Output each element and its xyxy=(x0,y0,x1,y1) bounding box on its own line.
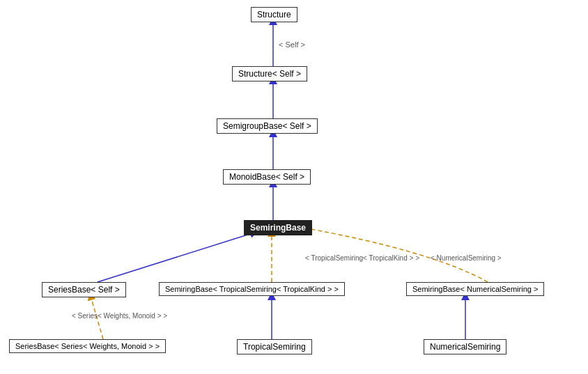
svg-line-4 xyxy=(98,233,254,282)
node-series-base-series: SeriesBase< Series< Weights, Monoid > > xyxy=(9,339,166,353)
label-series: < Series< Weights, Monoid > > xyxy=(72,312,167,320)
node-structure: Structure xyxy=(251,7,297,22)
node-semiring-numerical: SemiringBase< NumericalSemiring > xyxy=(406,282,544,296)
node-numerical-semiring: NumericalSemiring xyxy=(424,339,506,354)
node-semiring-base: SemiringBase xyxy=(244,220,312,235)
node-monoid-self: MonoidBase< Self > xyxy=(223,169,311,185)
node-structure-self: Structure< Self > xyxy=(232,66,307,81)
node-semiring-tropical: SemiringBase< TropicalSemiring< Tropical… xyxy=(159,282,345,296)
label-tropical: < TropicalSemiring< TropicalKind > > xyxy=(305,254,419,262)
diagram: Structure Structure< Self > SemigroupBas… xyxy=(0,0,588,374)
node-series-base-self: SeriesBase< Self > xyxy=(42,282,126,297)
label-numerical: < NumericalSemiring > xyxy=(431,254,502,262)
node-semigroup-self: SemigroupBase< Self > xyxy=(217,118,318,134)
label-self: < Self > xyxy=(279,40,305,49)
node-tropical-semiring: TropicalSemiring xyxy=(237,339,312,354)
